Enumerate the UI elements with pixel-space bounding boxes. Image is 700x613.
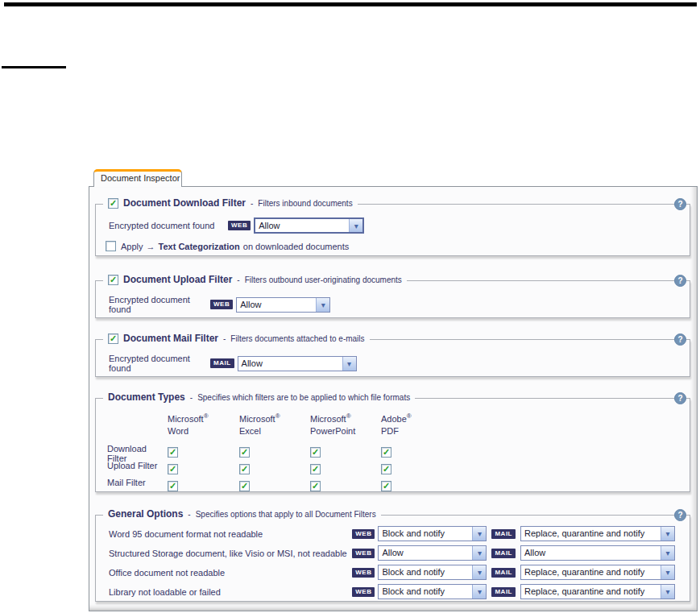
dropdown-value: Replace, quarantine and notify [521,527,646,541]
doc-type-checkbox-download-excel[interactable]: ✓ [239,447,250,458]
web-badge: WEB [210,300,233,309]
web-action-select[interactable]: Block and notify ▾ [378,584,487,599]
help-icon[interactable]: ? [674,275,686,287]
encrypted-document-found-select[interactable]: Allow ▾ [236,297,330,313]
help-icon[interactable]: ? [674,392,686,404]
doc-type-checkbox-download-powerpoint[interactable]: ✓ [310,447,321,458]
dropdown-value: Allow [237,298,263,312]
dropdown-value: Block and notify [379,527,446,541]
top-bar [4,2,697,6]
dropdown-value: Replace, quarantine and notify [521,565,646,579]
web-badge: WEB [352,549,375,558]
encrypted-document-found-label: Encrypted document found [109,295,210,314]
doc-type-checkbox-upload-powerpoint[interactable]: ✓ [310,464,321,474]
legend-separator: - [188,510,190,519]
mail-badge: MAIL [491,568,516,578]
section-subtitle: Specifies options that apply to all Docu… [196,510,376,519]
apply-label: Apply [121,242,143,251]
dropdown-value: Block and notify [379,565,446,579]
legend-separator: - [223,334,226,343]
dropdown-value: Allow [521,546,547,560]
dropdown-value: Allow [238,357,264,371]
doc-type-checkbox-download-pdf[interactable]: ✓ [381,447,391,458]
doc-type-checkbox-upload-pdf[interactable]: ✓ [381,464,391,474]
general-option-row-word95: Word 95 document format not readable WEB… [109,526,675,541]
text-categorization-link[interactable]: Text Categorization [159,242,240,251]
mail-action-select[interactable]: Allow ▾ [520,545,675,561]
help-icon[interactable]: ? [674,333,686,346]
chevron-down-icon[interactable]: ▾ [342,357,356,371]
mail-badge: MAIL [491,529,516,539]
doc-type-checkbox-mail-excel[interactable]: ✓ [239,481,250,491]
web-action-select[interactable]: Block and notify ▾ [378,565,487,580]
web-badge: WEB [228,221,251,230]
section-legend: ✓ Document Mail Filter - Filters documen… [103,333,370,344]
section-subtitle: Specifies which filters are to be applie… [197,393,410,402]
section-subtitle: Filters documents attached to e-mails [230,334,364,343]
section-general-options: General Options - Specifies options that… [95,515,690,602]
doc-type-checkbox-mail-pdf[interactable]: ✓ [381,481,391,491]
mail-action-select[interactable]: Replace, quarantine and notify ▾ [520,584,675,599]
help-icon[interactable]: ? [674,198,686,210]
doc-type-checkbox-mail-powerpoint[interactable]: ✓ [310,481,321,491]
doc-type-checkbox-download-word[interactable]: ✓ [168,447,178,458]
general-option-row-structured-storage: Structured Storage document, like Visio … [109,545,675,561]
option-label: Office document not readable [109,568,352,578]
column-header-pdf: Adobe® PDF [381,410,452,437]
dropdown-value: Block and notify [379,585,446,599]
apply-text-categorization-checkbox[interactable] [106,241,116,251]
chevron-down-icon[interactable]: ▾ [472,527,486,541]
chevron-down-icon[interactable]: ▾ [661,565,674,579]
mail-badge: MAIL [491,549,516,558]
chevron-down-icon[interactable]: ▾ [661,546,674,560]
header-underline [2,66,66,68]
column-header-word: Microsoft® Word [168,410,239,437]
encrypted-document-found-select[interactable]: Allow ▾ [254,217,364,234]
section-subtitle: Filters inbound documents [258,199,352,208]
tab-document-inspector[interactable]: Document Inspector [93,169,182,187]
section-document-types: Document Types - Specifies which filters… [95,398,690,492]
column-header-excel: Microsoft® Excel [239,410,310,437]
section-subtitle: Filters outbound user-originating docume… [245,275,402,284]
doc-types-row-upload: Upload Filter ✓ ✓ ✓ ✓ [107,461,681,475]
chevron-down-icon[interactable]: ▾ [472,585,486,599]
chevron-down-icon[interactable]: ▾ [472,546,486,560]
web-badge: WEB [352,587,375,597]
chevron-down-icon[interactable]: ▾ [316,298,329,312]
mail-action-select[interactable]: Replace, quarantine and notify ▾ [520,565,675,580]
download-filter-enabled-checkbox[interactable]: ✓ [108,198,118,209]
legend-separator: - [251,199,253,208]
encrypted-document-found-label: Encrypted document found [109,221,228,230]
dropdown-value: Allow [255,219,281,232]
chevron-down-icon[interactable]: ▾ [661,585,674,599]
encrypted-document-found-label: Encrypted document found [109,354,210,373]
encrypted-document-found-select[interactable]: Allow ▾ [238,356,357,371]
dropdown-value: Allow [379,546,404,560]
mail-action-select[interactable]: Replace, quarantine and notify ▾ [520,526,675,541]
upload-filter-enabled-checkbox[interactable]: ✓ [108,275,118,285]
section-title: Document Mail Filter [123,333,218,344]
mail-badge: MAIL [491,587,516,597]
section-title: General Options [108,508,183,520]
web-action-select[interactable]: Allow ▾ [378,545,487,561]
section-title: Document Download Filter [123,197,246,209]
mail-filter-enabled-checkbox[interactable]: ✓ [108,333,118,344]
section-legend: ✓ Document Upload Filter - Filters outbo… [103,274,407,285]
chevron-down-icon[interactable]: ▾ [349,219,362,232]
settings-panel: ✓ Document Download Filter - Filters inb… [89,186,698,611]
chevron-down-icon[interactable]: ▾ [472,565,486,579]
doc-type-checkbox-upload-word[interactable]: ✓ [168,464,178,474]
help-icon[interactable]: ? [674,509,686,521]
apply-arrow-icon: → [147,242,155,251]
web-badge: WEB [352,529,375,539]
row-label: Mail Filter [107,478,168,487]
section-legend: Document Types - Specifies which filters… [103,391,415,403]
web-action-select[interactable]: Block and notify ▾ [378,526,487,541]
doc-type-checkbox-upload-excel[interactable]: ✓ [239,464,250,474]
section-legend: General Options - Specifies options that… [103,508,381,520]
doc-type-checkbox-mail-word[interactable]: ✓ [168,481,178,491]
chevron-down-icon[interactable]: ▾ [661,527,674,541]
doc-types-header-row: Microsoft® Word Microsoft® Excel Microso… [107,410,681,437]
section-document-download-filter: ✓ Document Download Filter - Filters inb… [95,204,690,256]
section-title: Document Types [108,391,185,403]
